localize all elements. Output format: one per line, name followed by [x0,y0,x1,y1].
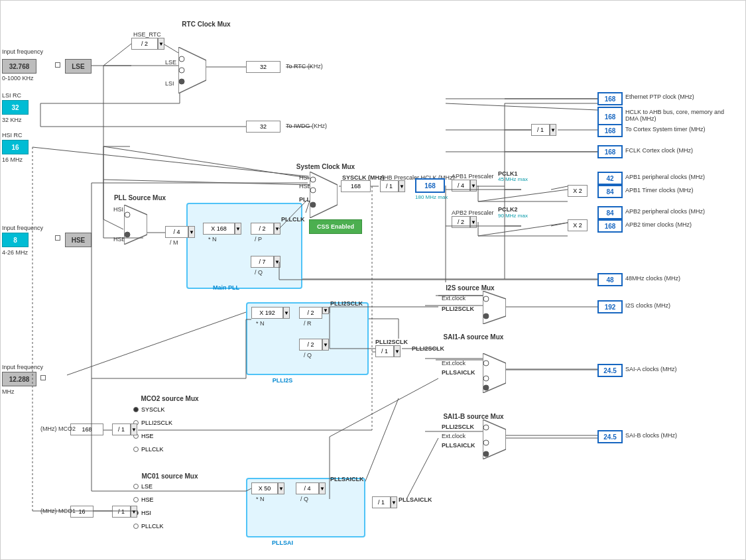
mco1-pllclk-option[interactable]: PLLCLK [133,523,164,530]
mco2-pllclk-option[interactable]: PLLCLK [133,446,172,453]
pllsai-div1-box[interactable]: / 1 [372,496,391,508]
apb2-timer-label: APB2 timer clocks (MHz) [625,221,692,228]
hclk-box: 168 [415,178,445,193]
sai1a-extclk-label: Ext.clock [442,360,466,366]
svg-line-19 [103,146,310,178]
mco1-hse-option[interactable]: HSE [133,496,164,503]
mco2-sysclk-option[interactable]: SYSCLK [133,406,172,413]
hse-div2-arrow[interactable]: ▼ [158,38,164,50]
cortex-div-arrow[interactable]: ▼ [550,124,556,136]
plli2s-r-arrow[interactable]: ▼ [322,307,329,314]
hsi-rc-label: HSI RC [2,132,23,139]
svg-line-33 [551,186,568,190]
ahb-div-box[interactable]: / 1 [380,180,399,192]
cortex-timer-label: To Cortex System timer (MHz) [625,126,706,133]
pllclk-label: PLLCLK [281,216,305,223]
svg-line-81 [32,147,308,176]
apb2-div-box[interactable]: / 2 [452,216,470,228]
clock-diagram: Input frequency 32.768 0-1000 KHz LSE LS… [0,0,746,560]
svg-line-37 [67,312,246,375]
sai1a-div-box[interactable]: / 1 [375,345,394,357]
svg-line-20 [103,180,310,185]
mco1-div-arrow[interactable]: ▼ [131,506,137,518]
apb2-pclk-box: 84 [597,206,623,219]
lse-node [55,62,60,68]
svg-point-74 [483,425,489,430]
svg-point-63 [310,177,316,182]
apb1-div-box[interactable]: / 4 [452,180,470,192]
mco2-sysclk-radio[interactable] [133,407,139,412]
ahb-div-arrow[interactable]: ▼ [399,180,405,192]
svg-line-11 [163,44,180,54]
plli2s-q-box[interactable]: / 2 [299,339,322,351]
mco2-pllclk-radio[interactable] [133,447,139,452]
apb1-div-arrow[interactable]: ▼ [470,180,477,192]
pllsai-q-box[interactable]: / 4 [296,482,319,494]
mco1-div-box[interactable]: / 1 [112,506,131,518]
mco2-plli2sclk-option[interactable]: PLLI2SCLK [133,420,172,426]
pll-q-box[interactable]: / 7 [251,256,274,268]
plli2s-n-box[interactable]: X 192 [251,307,283,319]
mco1-unit-label: (MHz) MCO1 [40,508,76,514]
i2s-extclk-label: Ext.clock [442,295,466,302]
mco2-radio-group: SYSCLK PLLI2SCLK HSE PLLCLK [133,406,172,453]
hsi-freq-box: 16 [2,140,29,154]
hse-div2-box[interactable]: / 2 [131,38,158,50]
mco1-hsi-option[interactable]: HSI [133,510,164,516]
pll-p-arrow[interactable]: ▼ [274,223,280,235]
mco1-hse-radio[interactable] [133,497,139,502]
pllsai-n-box[interactable]: X 50 [251,482,278,494]
plli2s-r-box[interactable]: / 2 [299,307,322,319]
sai-a-label: SAI-A clocks (MHz) [625,366,677,372]
pll-n-box[interactable]: X 168 [203,223,235,235]
cortex-div-box[interactable]: / 1 [531,124,550,136]
pllsai-n-label: * N [256,496,265,502]
sai1b-plli2sclk-label: PLLI2SCLK [442,423,474,430]
hse-freq-box[interactable]: 8 [2,233,29,247]
mco1-pllclk-radio[interactable] [133,524,139,529]
plli2s-freq-box[interactable]: 12.288 [2,372,36,386]
svg-point-71 [483,376,489,381]
pllsai-q-arrow[interactable]: ▼ [319,482,326,494]
mco1-lse-radio[interactable] [133,484,139,489]
pll-q-arrow[interactable]: ▼ [274,256,280,268]
pllsai-div1-arrow[interactable]: ▼ [391,496,397,508]
svg-line-107 [406,438,438,499]
mco2-div-arrow[interactable]: ▼ [131,423,137,435]
mco2-div-box[interactable]: / 1 [112,423,131,435]
pll-q-label: / Q [255,269,263,276]
svg-point-60 [125,212,130,217]
mco1-lse-option[interactable]: LSE [133,483,164,490]
mco2-sysclk-label: SYSCLK [141,406,165,413]
apb2-pclk-label: APB2 peripheral clocks (MHz) [625,208,705,215]
sai-b-label: SAI-B clocks (MHz) [625,432,677,439]
svg-marker-59 [124,205,147,245]
apb2-div-arrow[interactable]: ▼ [470,216,477,228]
pll-n-arrow[interactable]: ▼ [235,223,241,235]
pllsai-n-arrow[interactable]: ▼ [278,482,284,494]
svg-point-64 [310,188,316,193]
apb1-timer-label: APB1 Timer clocks (MHz) [625,187,694,194]
rtc-mux [178,47,206,93]
sai1a-mux [483,353,506,393]
sai1a-out-label: PLLI2SCLK [412,345,444,352]
sai1a-plli2sclk-label: PLLI2SCLK [375,339,408,345]
pll-m-box[interactable]: / 4 [165,226,188,238]
plli2s-q-arrow[interactable]: ▼ [322,339,329,351]
apb1-prescaler-title: APB1 Prescaler [452,173,494,180]
to-rtc-label: To RTC (KHz) [286,63,323,70]
sai1a-div-arrow[interactable]: ▼ [394,345,401,357]
pclk2-label: PCLK2 [498,206,518,213]
css-enabled-button[interactable]: CSS Enabled [309,219,362,234]
i2s-plli2sclk-label: PLLI2SCLK [442,306,474,312]
plli2s-n-arrow[interactable]: ▼ [283,307,290,319]
lse-freq-box[interactable]: 32.768 [2,59,36,74]
sai1b-extclk-label: Ext.clock [442,433,466,439]
rtc-out-box: 32 [246,61,280,73]
apb1-timer-box: 84 [597,185,623,198]
mco2-hse-option[interactable]: HSE [133,433,172,439]
pll-p-box[interactable]: / 2 [251,223,274,235]
i2s-mux [483,291,506,324]
pll-m-arrow[interactable]: ▼ [188,226,195,238]
mco2-plli2sclk-label: PLLI2SCLK [141,420,172,426]
